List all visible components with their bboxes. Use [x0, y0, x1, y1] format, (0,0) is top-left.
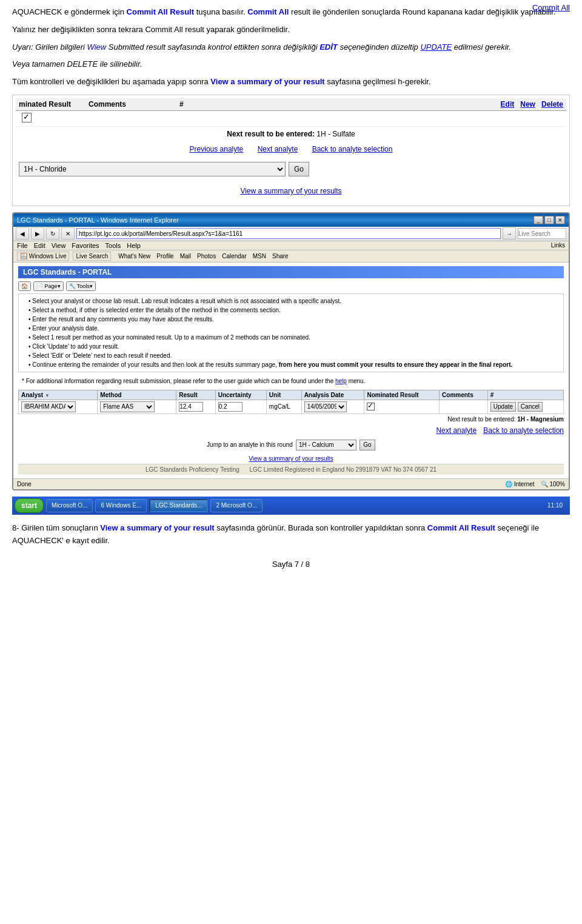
- previous-analyte-link[interactable]: Previous analyte: [190, 145, 244, 153]
- instruction-4: Enter your analysis date.: [28, 324, 558, 333]
- cell-nominated: [364, 400, 440, 413]
- whatsnew-btn[interactable]: What's New: [118, 253, 150, 259]
- go-button[interactable]: Go: [289, 162, 309, 176]
- nominated-checkbox[interactable]: [22, 113, 32, 122]
- page-nav-bar: 🏠 📄 Page▾ 🔧 Tools▾: [18, 281, 564, 291]
- cell-comments: [440, 400, 488, 413]
- next-analyte-link[interactable]: Next analyte: [258, 145, 298, 153]
- menu-file[interactable]: File: [17, 242, 28, 249]
- live-search-btn[interactable]: Live Search: [73, 252, 111, 261]
- menu-view[interactable]: View: [52, 242, 66, 249]
- page-number-label: Sayfa 7 / 8: [272, 560, 310, 569]
- instructions-box: Select your analyst or choose lab result…: [18, 293, 564, 372]
- page-button[interactable]: 📄 Page▾: [33, 281, 64, 291]
- menu-favorites[interactable]: Favorites: [72, 242, 99, 249]
- maximize-button[interactable]: □: [544, 216, 554, 224]
- bottom-p1-link: View a summary of your result: [100, 523, 214, 532]
- calendar-btn[interactable]: Calendar: [222, 253, 247, 259]
- taskbar-item-2[interactable]: 6 Windows E...: [95, 499, 147, 512]
- browser-status-bar: Done 🌐 Internet 🔍 100%: [13, 478, 569, 489]
- jump-go-button[interactable]: Go: [360, 440, 375, 450]
- result-table: Analyst ▼ Method Result Uncertainty Unit…: [18, 390, 564, 414]
- taskbar-item-4[interactable]: 2 Microsoft O...: [210, 499, 263, 512]
- jump-label: Jump to an analyte in this round: [207, 441, 293, 448]
- bottom-p1-part2: sayfasında görünür. Burada son kontrolle…: [216, 523, 425, 532]
- go-button-browser[interactable]: →: [503, 227, 516, 239]
- close-button[interactable]: ✕: [555, 216, 565, 224]
- analyte-dropdown[interactable]: 1H - Chloride: [19, 162, 286, 176]
- profile-btn[interactable]: Profile: [156, 253, 173, 259]
- jump-select[interactable]: 1H - Calcium: [296, 440, 356, 450]
- windows-live-btn[interactable]: 🪟 Windows Live: [17, 252, 69, 261]
- table-header-row: minated Result Comments # Edit New Delet…: [16, 98, 566, 111]
- mail-btn[interactable]: Mail: [180, 253, 191, 259]
- intro-p3-part3: seçeneğinden düzeltip: [340, 42, 418, 52]
- menu-tools[interactable]: Tools: [105, 242, 121, 249]
- browser-page-title: LGC Standards - PORTAL: [23, 268, 112, 276]
- browser-content: LGC Standards - PORTAL 🏠 📄 Page▾ 🔧 Tools…: [13, 263, 569, 478]
- nominated-result-checkbox[interactable]: [367, 403, 375, 410]
- cell-analyst: IBRAHIM AKDA: [19, 400, 98, 413]
- result-input[interactable]: [179, 402, 203, 412]
- tools-small-button[interactable]: 🔧 Tools▾: [66, 281, 96, 291]
- cell-actions: Update Cancel: [487, 400, 563, 413]
- jump-to-row: Jump to an analyte in this round 1H - Ca…: [18, 437, 564, 454]
- inner-next-analyte[interactable]: Next analyte: [436, 426, 477, 435]
- instruction-2: Select a method, if other is selected en…: [28, 306, 558, 315]
- cell-method: Flame AAS: [98, 400, 176, 413]
- table-area: minated Result Comments # Edit New Delet…: [12, 95, 570, 206]
- taskbar-clock: 11:10: [543, 502, 567, 509]
- inner-view-summary-link[interactable]: View a summary of your results: [249, 455, 333, 462]
- footer-left: LGC Standards Proficiency Testing: [146, 466, 239, 473]
- instruction-5: Select 1 result per method as your nomin…: [28, 333, 558, 342]
- intro-p3-bold: EDİT: [319, 42, 338, 52]
- view-summary-link[interactable]: View a summary of your results: [240, 187, 341, 195]
- checkbox-cell: [16, 113, 89, 124]
- stop-button[interactable]: ✕: [61, 227, 75, 239]
- instruction-7: Select 'Edit' or 'Delete' next to each r…: [28, 351, 558, 360]
- cancel-button[interactable]: Cancel: [518, 402, 543, 412]
- address-bar[interactable]: [76, 228, 501, 239]
- uncertainty-input[interactable]: [218, 402, 242, 412]
- inner-nav-links: Next analyte Back to analyte selection: [18, 424, 564, 437]
- commit-all-label: Commit All: [532, 3, 570, 12]
- cell-result: [176, 400, 215, 413]
- edit-link[interactable]: Edit: [501, 100, 515, 109]
- start-button[interactable]: start: [15, 498, 44, 513]
- msn-btn[interactable]: MSN: [253, 253, 266, 259]
- intro-p1: AQUACHECK e göndermek için Commit All Re…: [12, 6, 570, 19]
- page-number: Sayfa 7 / 8: [12, 560, 570, 581]
- new-link[interactable]: New: [520, 100, 535, 109]
- favorites-bar: 🪟 Windows Live Live Search What's New Pr…: [13, 250, 569, 263]
- refresh-button[interactable]: ↻: [46, 227, 59, 239]
- menu-help[interactable]: Help: [127, 242, 141, 249]
- back-button[interactable]: ◀: [16, 227, 29, 239]
- back-to-analyte-link[interactable]: Back to analyte selection: [312, 145, 393, 153]
- share-btn[interactable]: Share: [272, 253, 289, 259]
- intro-p1-link2: Commit All: [247, 7, 289, 16]
- home-button[interactable]: 🏠: [18, 281, 31, 291]
- update-button[interactable]: Update: [490, 402, 516, 412]
- intro-p3-link2: UPDATE: [420, 42, 452, 52]
- intro-p4: Veya tamamen DELETE ile silinebilir.: [12, 58, 570, 71]
- menu-edit[interactable]: Edit: [34, 242, 45, 249]
- taskbar-item-3[interactable]: LGC Standards...: [149, 499, 208, 512]
- method-select[interactable]: Flame AAS: [100, 401, 155, 412]
- bottom-p1-link2: Commit: [427, 523, 457, 532]
- taskbar-item-1[interactable]: Microsoft O...: [46, 499, 93, 512]
- th-method: Method: [98, 390, 176, 400]
- forward-button[interactable]: ▶: [31, 227, 44, 239]
- browser-window: LGC Standards - PORTAL - Windows Interne…: [12, 212, 570, 490]
- inner-view-summary[interactable]: View a summary of your results: [18, 454, 564, 464]
- photos-btn[interactable]: Photos: [197, 253, 216, 259]
- search-bar[interactable]: [518, 228, 566, 239]
- intro-p3-part4: edilmesi gerekir.: [454, 42, 511, 52]
- delete-link[interactable]: Delete: [541, 100, 563, 109]
- inner-back-to-analyte[interactable]: Back to analyte selection: [483, 426, 564, 435]
- analyst-select[interactable]: IBRAHIM AKDA: [21, 401, 76, 412]
- minimize-button[interactable]: _: [534, 216, 543, 224]
- instruction-1: Select your analyst or choose lab result…: [28, 296, 558, 306]
- instructions-list: Select your analyst or choose lab result…: [24, 296, 558, 369]
- help-link[interactable]: help: [335, 378, 347, 384]
- date-select[interactable]: 14/05/2009: [304, 401, 347, 412]
